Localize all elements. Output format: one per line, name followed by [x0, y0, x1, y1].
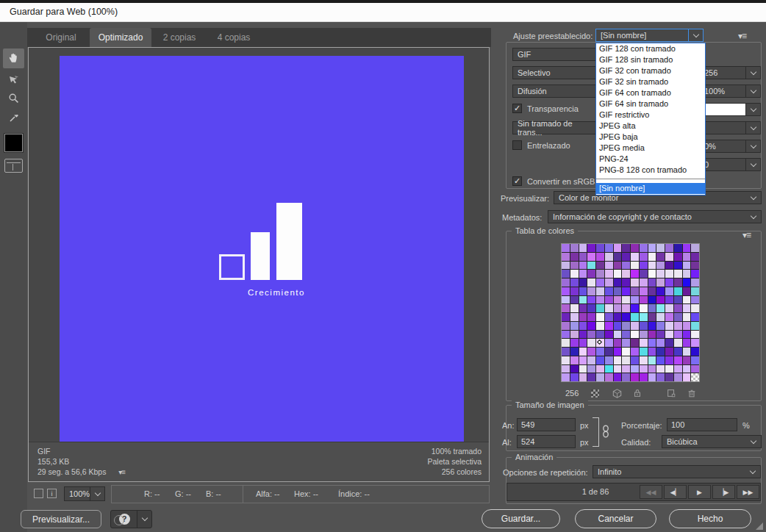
color-swatch[interactable] — [691, 287, 699, 295]
color-swatch[interactable] — [674, 244, 682, 252]
color-swatch[interactable] — [605, 365, 613, 373]
color-swatch[interactable] — [683, 304, 691, 312]
color-swatch[interactable] — [605, 313, 613, 321]
preset-option[interactable]: PNG-8 128 con tramado — [596, 165, 705, 176]
color-swatch[interactable] — [683, 339, 691, 347]
color-swatch[interactable] — [562, 313, 570, 321]
color-swatch[interactable] — [562, 339, 570, 347]
color-swatch[interactable] — [691, 373, 699, 381]
color-swatch[interactable] — [605, 262, 613, 270]
color-swatch[interactable] — [665, 356, 673, 364]
color-swatch[interactable] — [579, 348, 587, 356]
color-swatch[interactable] — [562, 356, 570, 364]
color-swatch[interactable] — [656, 339, 665, 347]
lock-color-icon[interactable] — [631, 387, 643, 399]
color-swatch[interactable] — [562, 322, 570, 330]
color-swatch[interactable] — [579, 331, 587, 339]
color-swatch[interactable] — [674, 287, 682, 295]
color-swatch[interactable] — [614, 253, 622, 261]
color-swatch[interactable] — [579, 278, 587, 287]
color-swatch[interactable] — [596, 287, 604, 295]
color-swatch[interactable] — [674, 373, 682, 381]
color-swatch[interactable] — [570, 356, 579, 364]
color-swatch[interactable] — [656, 296, 665, 304]
preset-option[interactable]: GIF 128 con tramado — [596, 43, 705, 54]
color-swatch[interactable] — [683, 262, 691, 270]
color-swatch[interactable] — [622, 373, 630, 381]
color-swatch[interactable] — [614, 348, 622, 356]
color-swatch[interactable] — [648, 262, 656, 270]
color-swatch[interactable] — [614, 304, 622, 312]
color-swatch[interactable] — [570, 339, 579, 347]
color-swatch[interactable] — [640, 313, 648, 321]
color-swatch[interactable] — [683, 365, 691, 373]
color-swatch[interactable] — [683, 356, 691, 364]
color-swatch[interactable] — [570, 244, 579, 252]
color-swatch[interactable] — [614, 287, 622, 295]
matte-combobox[interactable] — [699, 103, 761, 116]
color-swatch[interactable] — [691, 313, 699, 321]
color-swatch[interactable] — [691, 270, 699, 278]
color-swatch[interactable] — [570, 253, 579, 261]
snap-transparency-icon[interactable] — [589, 387, 601, 399]
preset-option-selected[interactable]: [Sin nombre] — [596, 183, 705, 194]
color-swatch[interactable] — [579, 365, 587, 373]
tab-optimizado[interactable]: Optimizado — [90, 28, 151, 47]
color-swatch[interactable] — [605, 270, 613, 278]
color-swatch[interactable] — [622, 331, 630, 339]
select-slice-icon[interactable] — [34, 489, 43, 498]
color-swatch[interactable] — [587, 365, 595, 373]
color-swatch[interactable] — [683, 270, 691, 278]
color-swatch[interactable] — [596, 262, 604, 270]
color-swatch[interactable] — [640, 373, 648, 381]
zoom-level-combobox[interactable]: 100% — [64, 486, 105, 501]
color-swatch[interactable] — [631, 356, 639, 364]
color-swatch[interactable] — [605, 296, 613, 304]
color-swatch[interactable] — [570, 262, 579, 270]
color-swatch[interactable] — [579, 373, 587, 381]
color-swatch[interactable] — [579, 296, 587, 304]
preset-option[interactable]: GIF 32 sin tramado — [596, 76, 705, 87]
color-swatch[interactable] — [648, 278, 656, 287]
color-swatch[interactable] — [683, 313, 691, 321]
transparency-dither-combobox[interactable]: Sin tramado de trans... — [512, 121, 598, 134]
tab-2-copias[interactable]: 2 copias — [153, 28, 206, 47]
color-swatch[interactable] — [683, 296, 691, 304]
color-swatch[interactable] — [640, 262, 648, 270]
color-swatch[interactable] — [579, 244, 587, 252]
color-swatch[interactable] — [656, 356, 665, 364]
color-swatch[interactable] — [605, 331, 613, 339]
color-swatch[interactable] — [665, 244, 673, 252]
color-swatch[interactable] — [656, 278, 665, 287]
cancel-button[interactable]: Cancelar — [575, 509, 656, 528]
color-swatch[interactable] — [656, 348, 665, 356]
color-swatch[interactable] — [562, 373, 570, 381]
preset-option[interactable]: PNG-24 — [596, 154, 705, 165]
color-swatch[interactable] — [674, 278, 682, 287]
color-swatch[interactable] — [640, 331, 648, 339]
color-swatch[interactable] — [587, 313, 595, 321]
color-swatch[interactable] — [691, 365, 699, 373]
eyedropper-color-swatch[interactable] — [4, 134, 23, 152]
color-swatch[interactable] — [648, 365, 656, 373]
color-swatch[interactable] — [587, 262, 595, 270]
color-swatch[interactable] — [614, 296, 622, 304]
preset-option[interactable]: GIF 128 sin tramado — [596, 54, 705, 65]
color-swatch[interactable] — [656, 304, 665, 312]
color-swatch[interactable] — [570, 348, 579, 356]
color-swatch[interactable] — [614, 331, 622, 339]
color-swatch[interactable] — [579, 253, 587, 261]
color-swatch[interactable] — [648, 322, 656, 330]
color-swatch[interactable] — [648, 356, 656, 364]
color-swatch[interactable] — [640, 287, 648, 295]
color-swatch[interactable] — [631, 287, 639, 295]
color-swatch[interactable] — [587, 339, 595, 347]
toggle-slices-visibility-button[interactable] — [4, 159, 23, 173]
color-swatch[interactable] — [579, 313, 587, 321]
color-swatch[interactable] — [614, 313, 622, 321]
color-swatch[interactable] — [605, 339, 613, 347]
slice-info-icon[interactable]: i — [47, 489, 57, 498]
browser-select-button[interactable]: ? — [110, 510, 152, 528]
color-swatch[interactable] — [562, 278, 570, 287]
color-swatch[interactable] — [587, 322, 595, 330]
